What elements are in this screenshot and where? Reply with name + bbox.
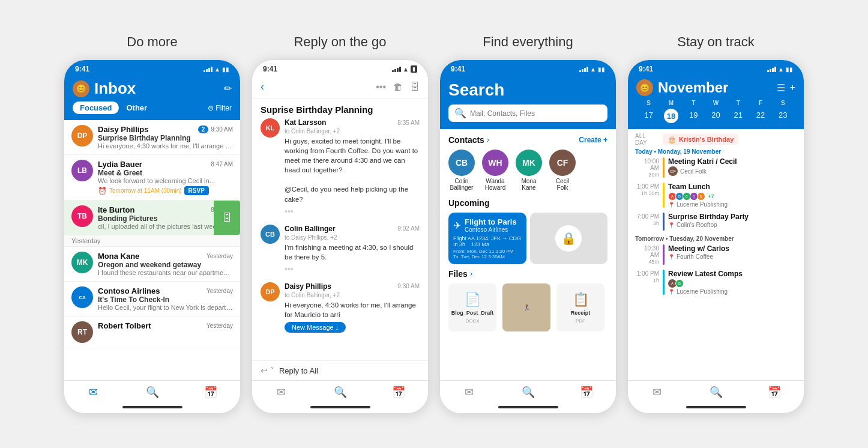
nav-mail-1[interactable]: ✉ bbox=[64, 386, 123, 399]
pdf-file-icon: 📋 bbox=[573, 292, 589, 307]
nav-calendar-1[interactable]: 📅 bbox=[181, 386, 240, 399]
contacts-chevron-icon[interactable]: › bbox=[487, 136, 489, 144]
list-view-icon[interactable]: ☰ bbox=[777, 82, 785, 94]
contact-item-4[interactable]: CF CecilFolk bbox=[549, 150, 576, 191]
msg-body-2: I'm finishing a meeting at 4:30, so I sh… bbox=[285, 243, 420, 262]
section-divider: Yesterday bbox=[64, 235, 240, 247]
contact-name-3: MonaKane bbox=[521, 178, 536, 191]
cal-event-bar-2 bbox=[663, 183, 665, 208]
email-preview-5: Hello Cecil, your flight to New York is … bbox=[98, 304, 233, 311]
cal-event-3[interactable]: 7:00 PM3h Surprise Birthday Party 📍 Coli… bbox=[635, 213, 797, 231]
nav-search-3[interactable]: 🔍 bbox=[499, 386, 558, 399]
email-avatar-3: TB bbox=[71, 205, 93, 227]
nav-mail-3[interactable]: ✉ bbox=[440, 386, 499, 399]
nav-calendar-4[interactable]: 📅 bbox=[745, 386, 804, 399]
contact-item-3[interactable]: MK MonaKane bbox=[516, 150, 542, 191]
cal-date-22[interactable]: 22 bbox=[749, 109, 771, 123]
cal-date-21[interactable]: 21 bbox=[727, 109, 749, 123]
more-icon[interactable]: ••• bbox=[376, 82, 386, 92]
cal-event-detail-1: Meeting Katri / Cecil CF Cecil Folk bbox=[668, 157, 797, 176]
cal-date-18[interactable]: 18 bbox=[664, 109, 678, 123]
file-card-2[interactable]: 📋 Receipt PDF bbox=[556, 283, 604, 331]
add-event-icon[interactable]: + bbox=[790, 82, 795, 94]
birthday-event[interactable]: 🎂 Kristin's Birthday bbox=[663, 134, 738, 145]
email-content-1: Daisy Phillips 2 9:30 AM Surprise Birthd… bbox=[98, 125, 233, 150]
contact-item-2[interactable]: WH WandaHoward bbox=[482, 150, 508, 191]
files-chevron-icon[interactable]: › bbox=[470, 270, 472, 278]
rsvp-badge[interactable]: RSVP bbox=[184, 186, 209, 195]
lock-card[interactable]: 🔒 bbox=[530, 213, 608, 264]
email-sender-2: Lydia Bauer bbox=[98, 160, 142, 169]
swipe-archive[interactable]: 🗄 bbox=[214, 201, 240, 235]
msg-content-2: Colin Ballinger 9:02 AM to Daisy Phillip… bbox=[285, 225, 420, 274]
email-content-2: Lydia Bauer 8:47 AM Meet & Greet We look… bbox=[98, 160, 233, 195]
search-input[interactable] bbox=[470, 109, 601, 118]
nav-mail-2[interactable]: ✉ bbox=[252, 386, 311, 399]
nav-search-2[interactable]: 🔍 bbox=[311, 386, 370, 399]
new-message-banner[interactable]: New Message ↓ bbox=[285, 322, 346, 333]
reply-to-all-label: Reply to All bbox=[279, 366, 318, 375]
cal-date-23[interactable]: 23 bbox=[772, 109, 794, 123]
nav-calendar-2[interactable]: 📅 bbox=[369, 386, 428, 399]
flight-card[interactable]: ✈ Flight to Paris Contoso Airlines Fligh… bbox=[448, 213, 526, 264]
email-preview-1: Hi everyone, 4:30 works for me, I'll arr… bbox=[98, 142, 233, 150]
status-bar-3: 9:41 ▲ ▮▮ bbox=[440, 60, 616, 76]
archive-icon-2[interactable]: 🗄 bbox=[410, 82, 420, 92]
cal-event-1[interactable]: 10:00 AM30m Meeting Katri / Cecil CF Cec… bbox=[635, 157, 797, 178]
message-item-3: DP Daisy Phillips 9:30 AM to Colin Balli… bbox=[261, 282, 420, 333]
cal-event-4[interactable]: 10:30 AM45m Meeting w/ Carlos 📍 Fourth C… bbox=[635, 244, 797, 265]
email-subject-1: Surprise Birthday Planning bbox=[98, 134, 233, 142]
email-subject-4: Oregon and weekend getaway bbox=[98, 261, 233, 269]
message-item-2: CB Colin Ballinger 9:02 AM to Daisy Phil… bbox=[261, 225, 420, 274]
email-subject-3: Bonding Pictures bbox=[98, 214, 233, 223]
email-item-3[interactable]: TB ite Burton 8:13 AM Bonding Pictures c… bbox=[64, 201, 240, 235]
email-time-4: Yesterday bbox=[206, 253, 233, 259]
email-item-4[interactable]: MK Mona Kane Yesterday Oregon and weeken… bbox=[64, 247, 240, 282]
flight-from: From: Mon, Dec 11 2:20 PM bbox=[453, 249, 522, 254]
cal-date-20[interactable]: 20 bbox=[705, 109, 727, 123]
email-content-3: ite Burton 8:13 AM Bonding Pictures cil,… bbox=[98, 205, 233, 230]
email-time-1: 9:30 AM bbox=[211, 126, 233, 133]
msg-content-1: Kat Larsson 8:35 AM to Colin Ballinger, … bbox=[285, 118, 420, 216]
flight-title: Flight to Paris bbox=[465, 217, 517, 226]
tab-other[interactable]: Other bbox=[119, 101, 154, 114]
nav-mail-4[interactable]: ✉ bbox=[628, 386, 687, 399]
file-card-1[interactable]: 📄 Blog_Post_Draft DOCX bbox=[448, 283, 496, 331]
reply-actions: ••• 🗑 🗄 bbox=[376, 82, 420, 92]
compose-icon[interactable]: ✏ bbox=[224, 83, 232, 94]
cal-time-3: 7:00 PM3h bbox=[635, 213, 659, 226]
nav-calendar-3[interactable]: 📅 bbox=[557, 386, 616, 399]
back-button[interactable]: ‹ bbox=[261, 80, 264, 93]
create-button[interactable]: Create + bbox=[579, 136, 607, 144]
cal-event-5[interactable]: 1:00 PM1h Review Latest Comps A B 📍 Luce… bbox=[635, 270, 797, 295]
page-container: Do more 9:41 ▲ ▮▮ bbox=[0, 22, 868, 426]
cal-date-17[interactable]: 17 bbox=[637, 109, 660, 123]
cal-all-day: ALL DAY 🎂 Kristin's Birthday bbox=[635, 133, 797, 146]
cal-grid: 17 18 19 20 21 22 23 bbox=[636, 109, 795, 123]
email-item-5[interactable]: CA Contoso Airlines Yesterday It's Time … bbox=[64, 282, 240, 316]
nav-search-1[interactable]: 🔍 bbox=[123, 386, 182, 399]
reply-compose[interactable]: ↩ ˅ Reply to All bbox=[252, 360, 428, 380]
email-list: DP Daisy Phillips 2 9:30 AM Surprise Bir… bbox=[64, 120, 240, 380]
email-avatar-5: CA bbox=[71, 286, 93, 308]
email-time-5: Yesterday bbox=[206, 288, 233, 294]
search-bar[interactable]: 🔍 bbox=[448, 104, 607, 122]
email-item-1[interactable]: DP Daisy Phillips 2 9:30 AM Surprise Bir… bbox=[64, 120, 240, 155]
filter-icon: ⊜ bbox=[208, 104, 214, 112]
file-thumb-1[interactable]: 🏃‍♀️ bbox=[502, 283, 550, 331]
nav-search-4[interactable]: 🔍 bbox=[687, 386, 746, 399]
delete-icon[interactable]: 🗑 bbox=[393, 82, 403, 92]
files-section-header: Files › bbox=[448, 269, 607, 279]
cal-event-2[interactable]: 1:00 PM1h 30m Team Lunch A B C D E +7 bbox=[635, 183, 797, 208]
cal-time-2: 1:00 PM1h 30m bbox=[635, 183, 659, 196]
email-item-6[interactable]: RT Robert Tolbert Yesterday bbox=[64, 316, 240, 348]
contacts-label: Contacts bbox=[448, 135, 484, 145]
filter-btn[interactable]: ⊜ Filter bbox=[208, 104, 232, 112]
email-item-2[interactable]: LB Lydia Bauer 8:47 AM Meet & Greet We l… bbox=[64, 155, 240, 201]
msg-avatar-3: DP bbox=[261, 282, 280, 301]
tab-focused[interactable]: Focused bbox=[73, 101, 119, 114]
reminder-row: ⏰ Tomorrow at 11AM (30min) RSVP bbox=[98, 186, 233, 195]
cal-date-19[interactable]: 19 bbox=[683, 109, 705, 123]
contact-item-1[interactable]: CB ColinBallinger bbox=[448, 150, 475, 191]
status-bar-2: 9:41 ▲ ▮ bbox=[252, 60, 428, 76]
